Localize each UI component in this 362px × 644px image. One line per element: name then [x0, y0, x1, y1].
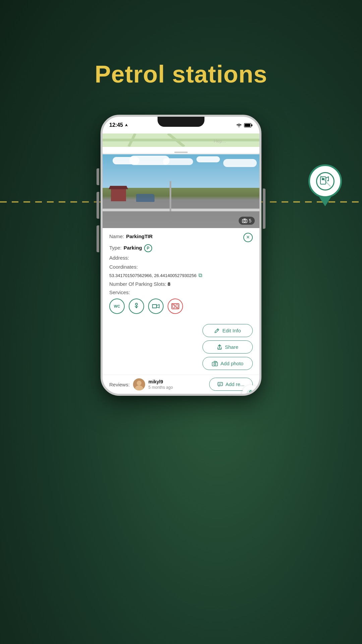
services-label: Services: — [109, 289, 253, 295]
coordinates-label: Coordinates: — [109, 263, 138, 270]
cloud — [196, 156, 220, 162]
reviewer-time-ago: 5 months ago — [148, 385, 173, 390]
no-fire-icon — [171, 303, 179, 310]
close-icon: ✕ — [246, 234, 250, 241]
ground — [103, 188, 259, 228]
svg-rect-6 — [251, 124, 252, 126]
svg-line-19 — [217, 329, 218, 330]
pull-handle — [174, 152, 188, 153]
svg-rect-7 — [245, 124, 250, 127]
volume-up-button — [97, 168, 99, 185]
coordinates-value-row: 53.341701507562966, 26.441400527930256 ⧉ — [109, 272, 253, 278]
parking-slots-value: 8 — [168, 280, 170, 287]
camera-service-icon[interactable] — [148, 299, 164, 314]
info-panel: Name: ParkingTIR ✕ Type: Parking P Addre… — [103, 228, 259, 324]
reviews-label: Reviews: — [109, 382, 130, 387]
status-icons — [236, 123, 253, 127]
share-label: Share — [225, 344, 238, 350]
parking-slots-row: Number Of Parking Slots: 8 — [109, 280, 253, 287]
type-row: Type: Parking P — [109, 244, 253, 252]
location-pin-decoration — [305, 164, 345, 211]
name-value: ParkingTIR — [126, 233, 153, 240]
name-label: Name: — [109, 233, 124, 240]
comment-icon — [218, 382, 223, 387]
shower-icon — [133, 303, 140, 310]
photo-counter: 5 — [239, 217, 255, 225]
status-time: 12:45 — [109, 122, 128, 128]
type-value: Parking — [124, 244, 142, 251]
edit-info-button[interactable]: Edit Info — [202, 324, 253, 337]
reviews-section: Reviews: mikyl9 5 months ago — [103, 375, 259, 394]
shower-service-icon[interactable] — [129, 299, 144, 314]
add-photo-button[interactable]: Add photo — [202, 357, 253, 370]
parking-icon: P — [144, 244, 152, 252]
edit-info-label: Edit Info — [222, 328, 241, 333]
add-photo-label: Add photo — [221, 361, 243, 366]
share-button[interactable]: Share — [202, 340, 253, 354]
svg-point-33 — [252, 394, 253, 396]
security-camera-icon — [152, 303, 160, 310]
svg-point-25 — [137, 381, 141, 385]
close-button[interactable]: ✕ — [243, 233, 253, 242]
reviewer-name: mikyl9 — [148, 379, 173, 384]
map-strip: Нер... — [103, 133, 259, 147]
cloud — [223, 159, 257, 167]
svg-point-21 — [214, 363, 216, 365]
coordinates-value: 53.341701507562966, 26.441400527930256 — [109, 273, 196, 278]
car — [136, 194, 155, 202]
coordinates-label-row: Coordinates: — [109, 263, 253, 270]
no-fire-service-icon[interactable] — [168, 299, 183, 314]
svg-point-14 — [135, 303, 137, 305]
share-icon — [217, 344, 222, 350]
svg-rect-27 — [218, 382, 223, 386]
wifi-icon — [236, 123, 242, 127]
action-buttons-panel: Edit Info Share Add photo — [103, 324, 259, 375]
road-marking — [103, 209, 259, 211]
type-label: Type: — [109, 244, 122, 251]
navigation-fab-icon — [246, 389, 255, 396]
building — [111, 189, 126, 201]
parking-slots-label: Number Of Parking Slots: — [109, 280, 166, 287]
cloud — [163, 158, 193, 165]
silent-button — [97, 225, 99, 252]
page-title: Petrol stations — [95, 60, 267, 88]
add-review-label: Add re... — [226, 381, 245, 387]
notch — [158, 117, 204, 127]
svg-text:Нер...: Нер... — [214, 139, 226, 144]
reviewer-avatar — [133, 378, 145, 390]
address-label: Address: — [109, 254, 129, 261]
add-photo-icon — [212, 361, 218, 366]
pole — [170, 181, 171, 211]
svg-point-13 — [244, 220, 246, 222]
svg-rect-20 — [212, 362, 218, 366]
phone-mockup: 12:45 — [101, 115, 261, 396]
wc-service-icon[interactable]: WC — [109, 299, 125, 314]
edit-icon — [214, 328, 220, 333]
status-bar: 12:45 — [103, 117, 259, 133]
location-arrow-icon — [124, 123, 128, 127]
copy-button[interactable]: ⧉ — [198, 272, 202, 278]
roof — [109, 186, 128, 189]
camera-small-icon — [242, 218, 247, 223]
volume-down-button — [97, 192, 99, 219]
power-button — [263, 189, 265, 229]
battery-icon — [244, 123, 253, 127]
address-row: Address: — [109, 254, 253, 261]
location-photo[interactable]: 5 — [103, 154, 259, 228]
name-row: Name: ParkingTIR ✕ — [109, 233, 253, 242]
services-row: WC — [109, 299, 253, 314]
